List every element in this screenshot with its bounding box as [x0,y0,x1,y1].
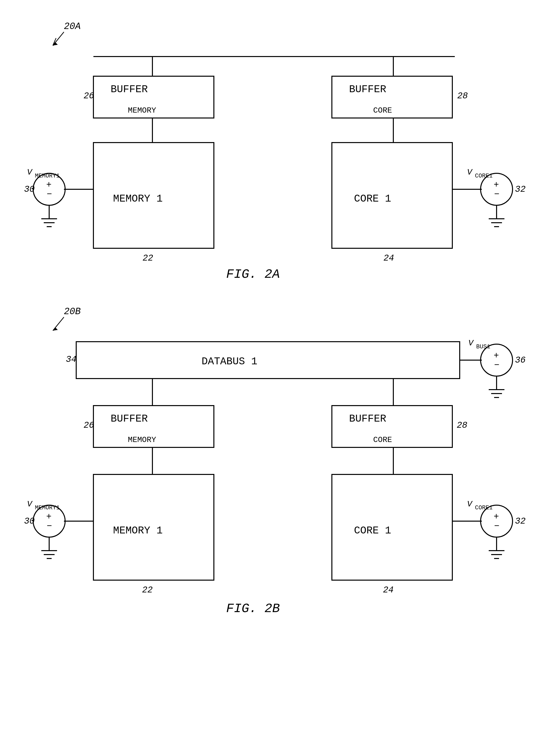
fig2b-v-memory-label: V [27,500,33,509]
fig2b-buffer-core-box [332,406,452,447]
fig2b-ref-databus: 34 [66,354,76,365]
fig2b-databus-box [76,342,460,379]
fig2b-memory-label: MEMORY 1 [113,525,163,537]
fig2a-ref-buffer-memory: 26 [84,91,94,101]
fig2a-ref-vsource-core: 32 [515,184,526,194]
fig2b-core-label: CORE 1 [354,525,391,537]
fig2a-memory-label: MEMORY 1 [113,193,163,205]
fig2a-caption: FIG. 2A [226,267,280,282]
fig2a-core-block [332,143,452,248]
fig2a-buffer-memory-label: BUFFER [111,84,148,95]
fig2b-buffer-memory-label: BUFFER [111,413,148,425]
fig2a-v-memory-sub: MEMORY1 [35,173,60,179]
fig2a-ref-vsource-memory: 30 [24,184,35,194]
fig2b-v-core-sub: CORE1 [475,504,493,511]
fig2b-ref-buffer-memory: 26 [84,420,94,430]
fig2b-core-block [332,474,452,580]
fig2a-v-memory-label: V [27,168,33,177]
svg-text:+: + [494,512,499,522]
svg-text:−: − [494,189,500,199]
svg-text:−: − [494,521,500,531]
fig2b-ref-vsource-memory: 30 [24,516,35,526]
fig2b-ref-vbus: 36 [515,355,526,365]
fig2a-v-core-sub: CORE1 [475,173,493,179]
fig2a-buffer-core-sub: CORE [373,106,392,115]
fig2a-core-label: CORE 1 [354,193,391,205]
fig2a-buffer-core-label: BUFFER [349,84,386,95]
fig2b-ref-buffer-core: 28 [457,420,467,430]
svg-text:+: + [494,180,499,190]
svg-text:−: − [47,189,52,199]
fig2a-reference: 20A [64,21,81,32]
fig2b-databus-label: DATABUS 1 [202,356,257,367]
fig2a-v-core-label: V [467,168,473,177]
fig2a-ref-core: 24 [383,253,394,263]
svg-text:+: + [494,351,499,361]
svg-marker-24 [53,327,58,331]
fig2b-buffer-core-sub: CORE [373,435,392,444]
fig2b-reference: 20B [64,306,81,317]
diagram-container: 20A 26 BUFFER MEMORY 28 BUFFER CORE MEMO… [0,0,560,735]
fig2b-buffer-core-label: BUFFER [349,413,386,425]
fig2b-ref-core: 24 [383,585,394,595]
svg-text:+: + [46,180,52,190]
svg-text:−: − [494,360,500,370]
fig2b-ref-memory: 22 [142,585,153,595]
fig2a-buffer-core-box [332,76,452,118]
fig2b-v-bus-label: V [468,338,474,348]
fig2b-v-core-label: V [467,500,473,509]
fig2a-ref-buffer-core: 28 [457,91,468,101]
fig2b-buffer-memory-sub: MEMORY [128,435,156,444]
fig2b-caption: FIG. 2B [226,602,280,616]
svg-text:−: − [47,521,52,531]
fig2b-v-memory-sub: MEMORY1 [35,504,60,511]
fig2a-buffer-memory-sub: MEMORY [128,106,156,115]
fig2b-v-bus-sub: BUS1 [476,343,490,350]
fig2a-ref-memory: 22 [143,253,153,263]
svg-text:+: + [46,512,52,522]
fig2b-ref-vsource-core: 32 [515,516,526,526]
